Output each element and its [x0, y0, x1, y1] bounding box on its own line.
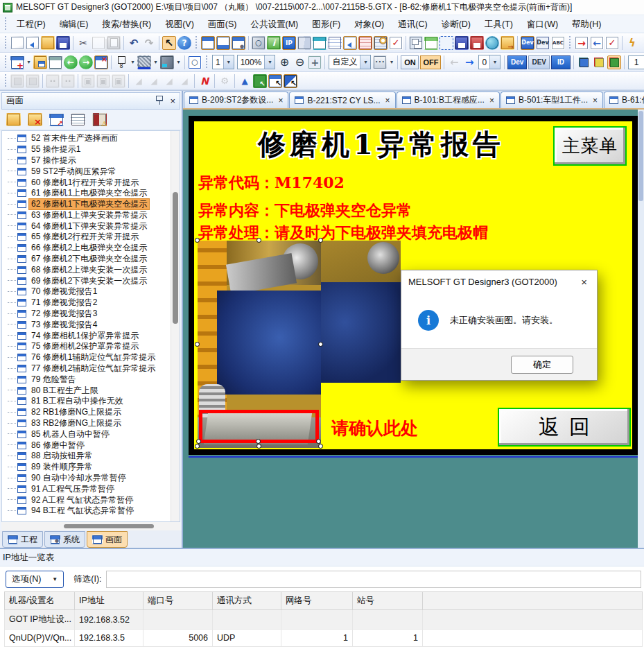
selection-handle[interactable] — [196, 439, 201, 444]
new-screen-dropdown[interactable]: ▾ — [25, 55, 33, 69]
pattern-icon[interactable] — [137, 55, 151, 69]
object-frame-icon[interactable] — [253, 74, 267, 88]
ok-button[interactable]: 确定 — [511, 356, 573, 374]
doc-tab-1[interactable]: B-209:ST2参数设...× — [184, 92, 288, 108]
figure-select-icon[interactable] — [268, 74, 282, 88]
open-project-icon[interactable] — [41, 36, 55, 50]
pin-icon[interactable] — [155, 96, 164, 105]
dialog-close-icon[interactable]: × — [578, 276, 590, 288]
data-reference-icon[interactable] — [297, 36, 311, 50]
id-display-button[interactable]: ID — [551, 55, 571, 69]
scrollbar-thumb[interactable] — [173, 192, 178, 324]
tree-item-60[interactable]: 60 修磨机1行程开关常开提示 — [8, 177, 168, 188]
write-to-got-icon[interactable] — [575, 36, 589, 50]
tree-item-76[interactable]: 76 修磨机1辅助定位气缸异常提示 — [8, 352, 168, 363]
state-tool-dropdown[interactable]: ▾ — [388, 55, 395, 69]
time-action-icon[interactable] — [374, 36, 388, 50]
tree-item-72[interactable]: 72 修磨视觉报告3 — [8, 309, 168, 320]
device-search-icon[interactable] — [521, 36, 534, 50]
front-layer-icon[interactable] — [577, 55, 591, 69]
undo-icon[interactable] — [127, 36, 141, 50]
read-from-got-icon[interactable] — [590, 36, 604, 50]
front-screen-icon[interactable] — [201, 36, 215, 50]
close-panel-icon[interactable]: × — [170, 96, 175, 105]
tree-item-79[interactable]: 79 危险警告 — [8, 374, 168, 385]
screen-preview-icon[interactable] — [94, 55, 108, 69]
panel-tab-系统[interactable]: 系统 — [44, 531, 85, 548]
tree-item-69[interactable]: 69 修磨机2下弹夹安装一次提示 — [8, 275, 168, 286]
delete-screen-icon[interactable] — [28, 113, 42, 126]
cut-icon[interactable] — [76, 36, 90, 50]
tree-vertical-scrollbar[interactable] — [171, 131, 180, 521]
consecutive-copy-icon[interactable] — [198, 74, 211, 88]
tree-item-64[interactable]: 64 修磨机1下弹夹安装异常提示 — [8, 220, 168, 232]
back-button[interactable]: 返回 — [498, 408, 631, 447]
doc-tab-2[interactable]: B-221:ST2 CY LS...× — [289, 92, 395, 108]
tree-item-85[interactable]: 85 机器人自动中暂停 — [8, 428, 168, 440]
text-list-icon[interactable] — [551, 36, 565, 50]
next-state-icon[interactable] — [462, 55, 476, 69]
tree-item-73[interactable]: 73 修磨视觉报告4 — [8, 319, 168, 330]
tree-item-91[interactable]: 91 A工程气压异常暂停 — [8, 483, 168, 494]
filter-input[interactable] — [106, 571, 641, 588]
frame-shape-icon[interactable] — [114, 55, 128, 69]
column-header[interactable]: IP地址 — [75, 592, 143, 610]
zoom-out-icon[interactable] — [293, 55, 306, 69]
screen-property-icon[interactable] — [49, 55, 62, 69]
write-option-icon[interactable] — [455, 36, 469, 50]
data-browser-icon[interactable] — [252, 36, 266, 50]
new-screen-icon[interactable] — [10, 55, 24, 69]
table-row[interactable]: QnUD(P)V/Qn...192.168.3.55006UDP11 — [5, 630, 643, 647]
tree-item-80[interactable]: 80 B工程生产上限 — [8, 385, 168, 396]
tree-item-83[interactable]: 83 RB2修磨NG上限提示 — [8, 418, 168, 429]
help-icon[interactable] — [177, 36, 191, 50]
main-menu-button[interactable]: 主菜单 — [553, 126, 627, 166]
tree-item-71[interactable]: 71 修磨视觉报告2 — [8, 297, 168, 309]
menu-item-6[interactable]: 公共设置(M) — [244, 15, 306, 33]
tree-item-52[interactable]: 52 首末件生产选择画面 — [8, 133, 168, 144]
selection-handle[interactable] — [256, 444, 261, 449]
display-screen-icon[interactable] — [49, 113, 64, 126]
panel-tab-工程[interactable]: 工程 — [2, 531, 43, 548]
frame-shape-dropdown[interactable]: ▾ — [129, 55, 137, 69]
menu-item-13[interactable]: 帮助(H) — [565, 15, 608, 33]
tree-item-92[interactable]: 92 A工程 气缸状态异常暂停 — [8, 494, 168, 505]
doc-tab-3[interactable]: B-101:B工程感应...× — [397, 92, 500, 108]
tree-item-90[interactable]: 90 自动中冷却水异常暂停 — [8, 473, 168, 484]
label-display-button[interactable]: DEV — [528, 55, 550, 69]
selection-handle[interactable] — [195, 342, 200, 347]
edit-target-combo[interactable]: 1▾ — [212, 55, 234, 69]
menu-item-7[interactable]: 图形(F) — [305, 15, 347, 33]
tree-item-86[interactable]: 86 修磨中暂停 — [8, 440, 168, 451]
column-header[interactable]: 站号 — [353, 592, 423, 610]
column-header[interactable]: 网络号 — [281, 592, 353, 610]
tree-item-94[interactable]: 94 B工程 气缸状态异常暂停 — [8, 505, 168, 517]
device-list-icon[interactable] — [536, 36, 550, 50]
selection-handle[interactable] — [256, 439, 261, 444]
back-screen-icon[interactable] — [216, 36, 230, 50]
close-tab-icon[interactable]: × — [278, 96, 283, 105]
highlight-rectangle[interactable] — [199, 410, 319, 443]
tree-horizontal-scrollbar[interactable] — [1, 522, 180, 530]
open-screen-icon[interactable] — [33, 55, 47, 69]
chevron-down-icon[interactable]: ▾ — [489, 55, 500, 69]
column-header[interactable]: 端口号 — [143, 592, 213, 610]
tree-item-88[interactable]: 88 启动按钮异常 — [8, 451, 168, 462]
tree-item-66[interactable]: 66 修磨机2上电极弹夹空仓提示 — [8, 243, 168, 254]
tree-item-81[interactable]: 81 B工程自动中操作无效 — [8, 396, 168, 407]
tree-item-74[interactable]: 74 修磨相机1保护罩异常提示 — [8, 330, 168, 341]
menu-item-4[interactable]: 视图(V) — [158, 15, 201, 33]
select-arrow-icon[interactable] — [238, 74, 252, 88]
canvas-vertical-scrollbar[interactable] — [638, 110, 644, 548]
menu-item-3[interactable]: 搜索/替换(R) — [95, 15, 158, 33]
chevron-down-icon[interactable]: ▾ — [223, 55, 234, 69]
device-display-button[interactable]: Dev — [507, 55, 527, 69]
communication-setting-icon[interactable] — [485, 36, 499, 50]
pan-icon[interactable] — [308, 55, 322, 69]
selection-handle[interactable] — [195, 238, 200, 243]
state-number-combo[interactable]: 0▾ — [478, 55, 501, 69]
selection-handle[interactable] — [256, 238, 261, 243]
screen-memo-icon[interactable] — [71, 113, 85, 126]
column-header[interactable]: 机器/设置名 — [5, 592, 75, 610]
column-header[interactable]: 通讯方式 — [213, 592, 281, 610]
